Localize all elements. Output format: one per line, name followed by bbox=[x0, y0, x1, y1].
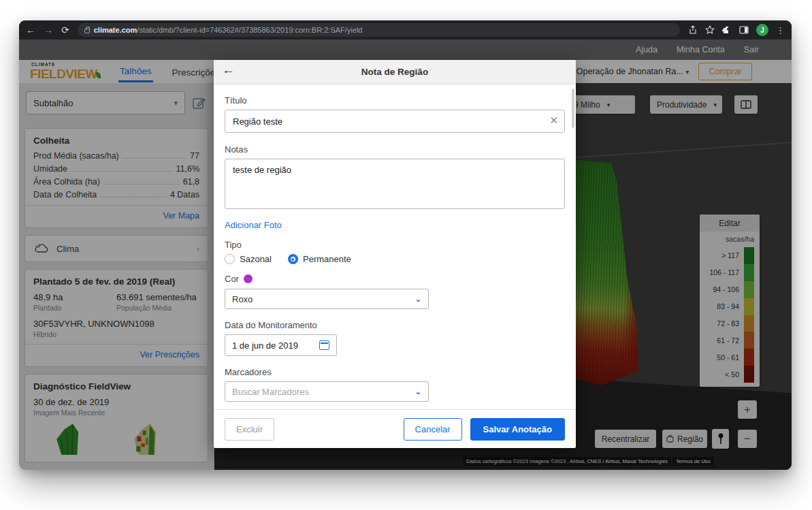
modal-footer: Excluir Cancelar Salvar Anotação bbox=[214, 409, 576, 448]
color-dot bbox=[244, 274, 253, 283]
chevron-down-icon: ⌄ bbox=[415, 387, 421, 396]
url-text: climate.com/static/dmb/?client-id=746362… bbox=[94, 26, 363, 34]
back-icon[interactable]: ← bbox=[26, 25, 35, 35]
modal-scrollbar[interactable] bbox=[572, 89, 574, 128]
type-field-label: Tipo bbox=[225, 240, 565, 250]
extensions-icon[interactable] bbox=[722, 25, 732, 35]
radio-sazonal[interactable]: Sazonal bbox=[225, 254, 272, 264]
app-area: Ajuda Minha Conta Sair CLIMATE FIELDVIEW… bbox=[19, 39, 792, 470]
date-field-label: Data do Monitoramento bbox=[225, 320, 565, 330]
cancel-button[interactable]: Cancelar bbox=[404, 418, 462, 441]
color-field-label: Cor bbox=[225, 274, 239, 284]
url-domain: climate.com bbox=[94, 26, 137, 34]
modal-title: Nota de Região bbox=[361, 67, 428, 77]
radio-permanente[interactable]: Permanente bbox=[288, 254, 351, 264]
clear-title-icon[interactable]: ✕ bbox=[549, 114, 558, 127]
markers-dropdown[interactable]: Buscar Marcadores⌄ bbox=[225, 381, 429, 402]
url-path: /static/dmb/?client-id=746362#/37385863/… bbox=[137, 26, 362, 34]
markers-field-label: Marcadores bbox=[225, 367, 565, 377]
color-dropdown[interactable]: Roxo⌄ bbox=[225, 289, 429, 309]
radio-unselected-icon bbox=[225, 254, 235, 264]
add-photo-link[interactable]: Adicionar Foto bbox=[225, 220, 282, 230]
share-icon[interactable] bbox=[688, 25, 698, 35]
title-input[interactable] bbox=[225, 110, 565, 133]
notes-field-label: Notas bbox=[225, 144, 565, 155]
radio-selected-icon bbox=[288, 254, 298, 264]
modal-header: ← Nota de Região bbox=[214, 60, 576, 84]
modal-body: Título ✕ Notas teste de região Adicionar… bbox=[214, 84, 576, 409]
title-field-label: Título bbox=[225, 95, 565, 106]
region-note-modal: ← Nota de Região Título ✕ Notas teste de… bbox=[214, 60, 576, 448]
chevron-down-icon: ⌄ bbox=[415, 295, 421, 304]
calendar-icon bbox=[319, 340, 329, 350]
profile-avatar[interactable]: J bbox=[756, 24, 768, 36]
browser-window: ← → ⟳ climate.com/static/dmb/?client-id=… bbox=[19, 20, 792, 470]
browser-toolbar: ← → ⟳ climate.com/static/dmb/?client-id=… bbox=[19, 20, 792, 39]
address-bar[interactable]: climate.com/static/dmb/?client-id=746362… bbox=[78, 23, 680, 37]
refresh-icon[interactable]: ⟳ bbox=[61, 25, 69, 35]
side-panel-icon[interactable] bbox=[739, 25, 749, 35]
notes-textarea[interactable]: teste de região bbox=[225, 159, 565, 209]
bookmark-star-icon[interactable] bbox=[705, 25, 715, 35]
delete-button[interactable]: Excluir bbox=[225, 418, 274, 441]
browser-menu-icon[interactable]: ⋮ bbox=[776, 25, 785, 35]
monitoring-date-input[interactable]: 1 de jun de 2019 bbox=[225, 334, 337, 356]
save-annotation-button[interactable]: Salvar Anotação bbox=[470, 418, 565, 441]
back-arrow-icon[interactable]: ← bbox=[222, 63, 235, 78]
padlock-icon bbox=[84, 29, 90, 33]
forward-icon[interactable]: → bbox=[44, 25, 53, 35]
